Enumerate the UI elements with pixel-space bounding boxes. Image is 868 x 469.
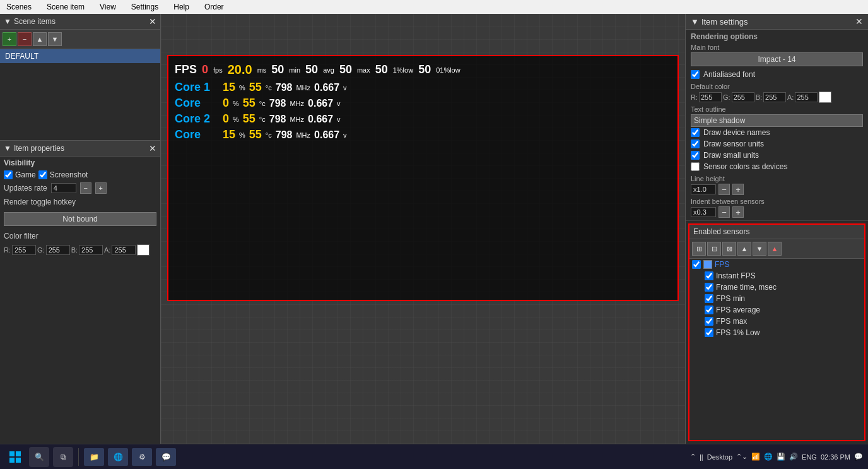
menu-settings[interactable]: Settings [127,1,162,13]
sensor-move-up-button[interactable]: ▲ [737,242,751,256]
menu-scene-item[interactable]: Scene item [43,1,88,13]
taskbar-divider [78,448,79,466]
menu-help[interactable]: Help [170,1,193,13]
color-r-input[interactable] [12,245,36,255]
game-checkbox[interactable] [4,170,13,179]
indent-input[interactable] [691,207,716,217]
menubar: Scenes Scene item View Settings Help Ord… [0,0,868,14]
core-pct-unit-0: % [239,84,245,92]
text-outline-label: Text outline [691,105,863,113]
notification-icon[interactable]: 💬 [854,453,863,461]
sensor-colors-checkbox[interactable] [691,162,700,171]
tray-arrow[interactable]: ⌃ [690,453,696,461]
main-font-button[interactable]: Impact - 14 [691,52,863,66]
updates-rate-minus-button[interactable]: − [80,182,91,194]
color-swatch[interactable] [137,244,150,256]
screenshot-checkbox[interactable] [38,170,47,179]
color-r-input[interactable] [699,92,722,102]
enabled-sensors-panel: Enabled sensors ⊞ ⊟ ⊠ ▲ ▼ ▲ FPS Instant … [688,223,865,441]
core-pct-0: 15 [223,81,235,94]
scene-list: DEFAULT [0,49,160,140]
menu-scenes[interactable]: Scenes [3,1,35,13]
updates-rate-plus-button[interactable]: + [95,182,107,194]
color-filter-label: Color filter [4,232,38,240]
indent-plus-button[interactable]: + [732,206,744,218]
color-g-input[interactable] [732,92,754,102]
draw-device-names-checkbox[interactable] [691,128,700,137]
virtual-desktop-arrows[interactable]: ⌃⌄ [736,453,748,461]
task-view-button[interactable]: ⧉ [53,447,73,467]
scene-items-toolbar: + − ▲ ▼ [0,30,160,49]
fps-max-checkbox[interactable] [705,317,713,326]
app1-button[interactable]: ⚙ [132,448,152,466]
app2-button[interactable]: 💬 [156,448,176,466]
instant-fps-checkbox[interactable] [705,271,713,280]
core-v-unit-0: v [343,84,347,92]
fps-average-checkbox[interactable] [705,306,713,314]
core-mhz-unit-1: MHz [290,100,304,107]
scene-items-title: ▼ Scene items [4,17,56,26]
color-b-input[interactable] [763,92,786,102]
color-a-input[interactable] [795,92,818,102]
draw-small-units-label: Draw small units [703,151,759,160]
line-height-label: Line height [691,175,863,182]
scene-item-default[interactable]: DEFAULT [0,49,160,63]
render-hotkey-row: Render toggle hotkey [0,196,160,208]
color-a-input[interactable] [112,245,136,255]
fps-max-row: FPS max [689,316,864,327]
move-down-button[interactable]: ▼ [48,32,62,46]
fps-1plow-checkbox[interactable] [705,328,713,337]
antialiased-checkbox[interactable] [691,70,700,79]
line-height-minus-button[interactable]: − [718,184,730,195]
text-outline-select[interactable]: Simple shadow [691,114,863,127]
remove-scene-item-button[interactable]: − [18,32,32,46]
color-filter-row: Color filter [0,230,160,242]
a-label: A: [787,93,794,101]
core-v-3: 0.667 [314,129,339,141]
search-taskbar-button[interactable]: 🔍 [29,447,49,467]
fps-group-checkbox[interactable] [692,260,701,269]
fps-avg-label: avg [323,66,334,74]
line-height-input[interactable] [691,184,716,194]
move-up-button[interactable]: ▲ [33,32,47,46]
search-icon: 🔍 [35,453,44,461]
draw-sensor-units-checkbox[interactable] [691,140,700,148]
frame-time-checkbox[interactable] [705,283,713,292]
fps-group-color[interactable] [703,260,712,269]
item-properties-close-button[interactable]: ✕ [149,143,156,153]
visibility-row: Visibility [0,157,160,169]
color-b-input[interactable] [79,245,103,255]
sensor-move-down-button[interactable]: ▼ [753,242,766,256]
scene-items-close-button[interactable]: ✕ [149,16,156,27]
b-label: B: [756,93,762,101]
menu-view[interactable]: View [96,1,120,13]
indent-minus-button[interactable]: − [718,206,730,218]
sensor-delete-button[interactable]: ▲ [768,242,782,256]
sensor-colors-label: Sensor colors as devices [703,162,787,171]
menu-order[interactable]: Order [201,1,228,13]
sensor-btn-3[interactable]: ⊠ [722,242,736,256]
text-outline-dropdown-row: Simple shadow [691,114,863,127]
draw-small-units-checkbox[interactable] [691,151,700,160]
sensor-btn-2[interactable]: ⊟ [707,242,721,256]
core-temp-0: 55 [249,81,262,94]
file-explorer-button[interactable]: 📁 [84,448,104,466]
fps-group-label[interactable]: FPS [715,260,729,269]
add-scene-item-button[interactable]: + [3,32,16,46]
core-v-unit-1: v [337,100,341,107]
core-temp-unit-3: °c [266,131,272,139]
default-color-swatch[interactable] [819,92,831,103]
fps-min-checkbox[interactable] [705,294,713,303]
start-button[interactable] [5,447,25,467]
color-g-input[interactable] [46,245,70,255]
item-settings-close-button[interactable]: ✕ [855,16,863,27]
browser-button[interactable]: 🌐 [108,448,128,466]
not-bound-button[interactable]: Not bound [4,212,156,226]
draw-device-names-label: Draw device names [703,128,770,137]
sensor-btn-1[interactable]: ⊞ [692,242,706,256]
updates-rate-input[interactable] [51,183,76,193]
fps-row: FPS 0 fps 20.0 ms 50 min 50 avg 50 max 5… [175,62,671,77]
line-height-plus-button[interactable]: + [732,184,744,195]
color-b-label: B: [71,246,78,254]
fps-value: 0 [202,63,208,76]
